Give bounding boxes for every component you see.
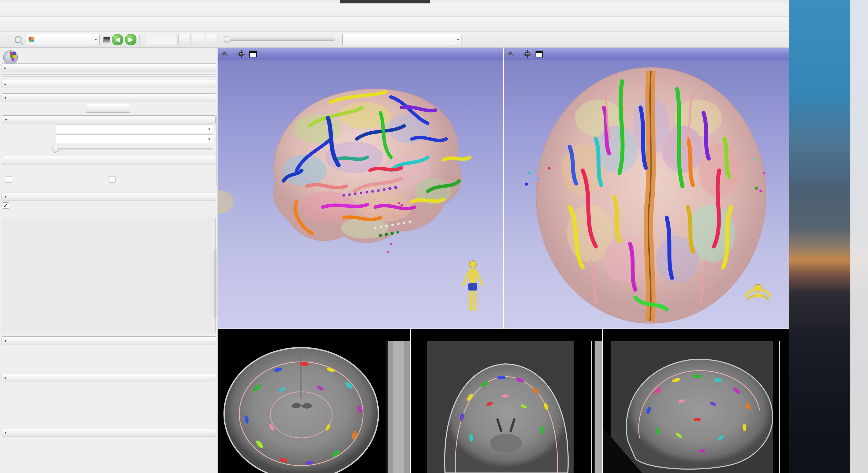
view-electrode-axis-checkbox[interactable]: ✓ [3, 202, 11, 209]
green-slice-view[interactable] [411, 329, 602, 473]
macos-dock [850, 0, 868, 473]
yellow-slice-controls [603, 329, 789, 341]
layer-reveal-checkbox[interactable] [109, 176, 118, 182]
maximize-view-icon[interactable] [249, 50, 257, 58]
loop-button[interactable] [179, 34, 190, 45]
main-toolbar [0, 16, 789, 32]
foreground-opacity-slider[interactable] [55, 148, 213, 150]
module-selector[interactable]: ▾ [26, 34, 100, 45]
crosshair-icon[interactable] [237, 50, 245, 58]
3d-viewport-2[interactable] [504, 60, 789, 329]
slice-divider [410, 329, 411, 473]
section-load-data[interactable]: ▸ [2, 80, 216, 88]
section-brainvisa[interactable]: ▾ [2, 374, 216, 382]
section-visualization[interactable]: ▾ [2, 93, 216, 102]
fps-field[interactable] [146, 34, 177, 45]
module-back-button[interactable]: ◀ [112, 34, 123, 45]
module-history-icon[interactable] [103, 37, 110, 42]
section-freesurfer[interactable]: ▾ [2, 336, 216, 345]
collapsed-strip [2, 74, 216, 77]
module-forward-button[interactable]: ▶ [125, 34, 136, 45]
3d-view-2 [504, 48, 789, 329]
reset-slice-views-button[interactable] [86, 104, 130, 113]
orientation-person-figure [463, 261, 482, 311]
record-button[interactable] [192, 34, 204, 45]
green-magenta-checkbox[interactable] [6, 176, 15, 182]
section-help[interactable]: ▸ [2, 63, 216, 72]
module-panel: ▸ ▸ ▾ ▾ ▾ ▾ ▾ ✓ [0, 48, 218, 473]
section-volumes[interactable]: ▾ [2, 115, 216, 124]
section-data-probe[interactable]: ▾ [2, 428, 216, 437]
view1-header [218, 48, 503, 60]
slice-divider [218, 329, 789, 329]
electrode-list [2, 217, 216, 333]
probe-slice-info [4, 442, 30, 449]
brain-lateral-render [218, 60, 503, 329]
section-electrodes[interactable]: ▾ [2, 192, 216, 201]
pin-icon[interactable] [221, 50, 229, 58]
sagittal-ct-slice [603, 341, 789, 473]
modules-toolbar: ▾ ◀ ▶ ▾ [0, 32, 789, 48]
red-slice-view[interactable] [218, 329, 410, 473]
sequence-browser-selector[interactable]: ▾ [342, 34, 462, 45]
red-slice-controls [218, 329, 410, 341]
toggle-volumes-button[interactable] [2, 156, 215, 165]
pin-icon[interactable] [507, 50, 515, 58]
yellow-slice-view[interactable] [603, 329, 789, 473]
screen: ▾ ◀ ▶ ▾ ▸ ▸ ▾ ▾ [0, 0, 868, 473]
slice-divider [602, 329, 603, 473]
foreground-volume-selector[interactable]: ▾ [56, 125, 213, 133]
green-slice-controls [411, 329, 602, 341]
probe-slice-color [4, 442, 5, 449]
coronal-ct-slice [411, 341, 602, 473]
crosshair-icon[interactable] [524, 50, 531, 58]
module-search-icon[interactable] [15, 36, 22, 43]
menu-bar [0, 3, 789, 16]
orientation-person-figure [746, 284, 770, 299]
slicer-logo-icon [3, 49, 21, 66]
capture-button[interactable] [206, 34, 218, 45]
3d-viewport-1[interactable] [218, 60, 503, 329]
panel-scrollbar[interactable] [214, 249, 216, 318]
module-icon [29, 37, 34, 42]
3d-view-1 [218, 48, 503, 329]
view2-header [504, 48, 789, 60]
background-volume-selector[interactable]: ▾ [56, 135, 213, 143]
maximize-view-icon[interactable] [535, 50, 543, 58]
window-title [340, 0, 430, 3]
sequence-slider[interactable] [223, 38, 335, 41]
brain-superior-render [504, 60, 789, 329]
blending-groupbox [2, 174, 215, 185]
axial-ct-slice [218, 341, 410, 473]
